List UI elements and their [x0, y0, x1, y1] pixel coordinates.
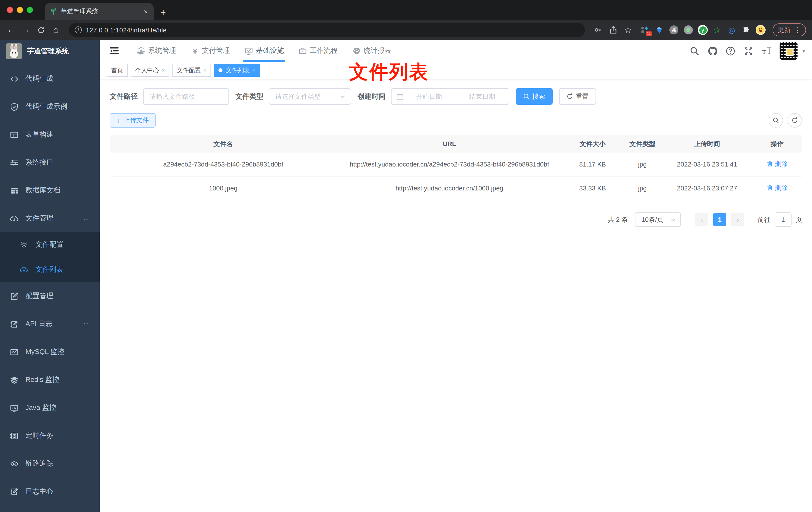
upload-file-button[interactable]: + 上传文件	[110, 113, 155, 128]
nav-infra[interactable]: 基础设施	[237, 40, 291, 62]
monitor-check-icon	[245, 47, 253, 55]
delete-button[interactable]: 删除	[766, 182, 788, 193]
top-nav: 系统管理 ¥ 支付管理 基础设施 工作流程	[130, 40, 399, 62]
tag-file-config[interactable]: 文件配置 ×	[172, 64, 211, 77]
sidebar-item-form-builder[interactable]: 表单构建	[0, 121, 100, 149]
back-icon[interactable]: ←	[6, 25, 16, 35]
col-header-size: 文件大小	[562, 138, 623, 149]
sidebar-item-config[interactable]: 配置管理	[0, 282, 100, 310]
tab-close-icon[interactable]: ×	[143, 8, 149, 15]
avatar[interactable]	[780, 42, 798, 60]
sidebar-item-file-list[interactable]: 文件列表	[0, 257, 100, 282]
zoom-window-button[interactable]	[27, 7, 33, 13]
url-text: 127.0.0.1:1024/infra/file/file	[86, 26, 167, 34]
nav-workflow[interactable]: 工作流程	[291, 40, 345, 62]
edit-square-icon	[10, 292, 19, 300]
cell-time: 2022-03-16 23:51:41	[662, 153, 752, 176]
sidebar-item-java[interactable]: Java 监控	[0, 394, 100, 422]
extension-y-icon[interactable]: y	[698, 25, 708, 35]
url-bar[interactable]: i 127.0.0.1:1024/infra/file/file	[69, 23, 585, 37]
end-date-placeholder[interactable]: 结束日期	[461, 92, 504, 101]
sidebar-item-system-api[interactable]: 系统接口	[0, 149, 100, 177]
profile-emoji-icon[interactable]	[756, 25, 765, 35]
date-range-picker[interactable]: 开始日期 - 结束日期	[391, 88, 509, 105]
nav-pay[interactable]: ¥ 支付管理	[183, 40, 237, 62]
new-tab-button[interactable]: +	[161, 8, 166, 17]
extension-target-icon[interactable]: ◎	[727, 25, 737, 35]
file-path-label: 文件路径	[110, 92, 138, 101]
delete-button[interactable]: 删除	[766, 158, 788, 169]
page-number-current[interactable]: 1	[713, 213, 726, 226]
browser-tab[interactable]: 芋道管理系统 ×	[45, 3, 154, 20]
app-title: 芋道管理系统	[27, 47, 69, 56]
page-size-select[interactable]: 10条/页	[635, 212, 681, 227]
create-time-label: 创建时间	[358, 92, 385, 101]
tag-file-list[interactable]: 文件列表 ×	[214, 64, 260, 77]
extension-grid-icon[interactable]: 11	[640, 25, 650, 35]
sidebar-item-trace[interactable]: 链路追踪	[0, 450, 100, 478]
search-icon[interactable]	[690, 46, 700, 56]
reload-icon[interactable]	[36, 25, 46, 35]
cell-filename: a294ecb2-73dd-4353-bf40-296b8931d0bf	[110, 153, 337, 176]
sidebar-item-mysql[interactable]: MySQL 监控	[0, 338, 100, 366]
help-icon[interactable]	[726, 46, 736, 56]
sidebar-item-file-management[interactable]: 文件管理 ︿	[0, 204, 100, 232]
tag-close-icon[interactable]: ×	[252, 67, 256, 73]
extension-command-icon[interactable]: ⌘	[669, 25, 679, 35]
sidebar-item-api-log[interactable]: API 日志 ﹀	[0, 310, 100, 338]
extensions-puzzle-icon[interactable]	[741, 25, 751, 35]
home-icon[interactable]: ⌂	[51, 25, 61, 35]
sidebar-item-code-gen[interactable]: 代码生成	[0, 65, 100, 93]
close-window-button[interactable]	[7, 7, 13, 13]
avatar-caret-icon[interactable]: ▾	[803, 48, 805, 54]
cell-url: http://test.yudao.iocoder.cn/a294ecb2-73…	[337, 153, 562, 176]
hamburger-icon[interactable]	[105, 40, 124, 62]
cloud-download-icon	[10, 214, 19, 222]
forward-icon[interactable]: →	[21, 25, 31, 35]
extension-star-icon[interactable]: ☆	[712, 25, 722, 35]
prev-page-button[interactable]: ‹	[695, 213, 708, 226]
sidebar-item-file-config[interactable]: 文件配置	[0, 232, 100, 257]
tag-home[interactable]: 首页	[107, 64, 128, 77]
github-icon[interactable]	[708, 46, 718, 56]
next-page-button[interactable]: ›	[731, 213, 744, 226]
cell-filename: 1000.jpeg	[110, 177, 337, 200]
browser-update-button[interactable]: 更新 ⋮	[773, 24, 806, 36]
site-info-icon[interactable]: i	[75, 26, 82, 33]
cell-url: http://test.yudao.iocoder.cn/1000.jpeg	[337, 177, 562, 200]
window-controls	[7, 7, 33, 13]
tag-close-icon[interactable]: ×	[203, 67, 206, 73]
password-key-icon[interactable]	[593, 25, 603, 35]
font-size-icon[interactable]	[762, 46, 772, 56]
nav-system[interactable]: 系统管理	[130, 40, 183, 62]
goto-page-input[interactable]	[775, 212, 791, 227]
sidebar-item-redis[interactable]: Redis 监控	[0, 366, 100, 394]
fullscreen-icon[interactable]	[744, 46, 754, 56]
screen: 芋道管理系统 × + ← → ⌂ i 127.0.0.1:1024/infra/…	[0, 0, 812, 512]
sidebar-item-job[interactable]: 定时任务	[0, 422, 100, 450]
tag-close-icon[interactable]: ×	[162, 67, 165, 73]
extension-badge: 11	[646, 31, 652, 36]
header-actions: ▾	[690, 40, 805, 62]
browser-menu-icon[interactable]: ⋮	[794, 26, 801, 34]
sidebar-item-code-demo[interactable]: 代码生成示例	[0, 93, 100, 121]
sidebar-item-log-center[interactable]: 日志中心	[0, 478, 100, 506]
nav-report[interactable]: 统计报表	[345, 40, 399, 62]
sidebar-logo[interactable]: 芋道管理系统	[0, 40, 100, 63]
tag-profile[interactable]: 个人中心 ×	[131, 64, 169, 77]
file-path-input[interactable]	[143, 88, 229, 105]
search-button[interactable]: 搜索	[516, 88, 553, 105]
table-toolbar: + 上传文件	[110, 113, 802, 128]
refresh-table-button[interactable]	[788, 113, 802, 128]
extension-dot-icon[interactable]	[683, 25, 693, 35]
reset-button[interactable]: 重置	[559, 88, 596, 105]
sidebar-item-db-doc[interactable]: 数据库文档	[0, 177, 100, 204]
start-date-placeholder[interactable]: 开始日期	[407, 92, 451, 101]
layers-icon	[10, 375, 19, 384]
file-type-select[interactable]: 请选择文件类型	[269, 88, 351, 105]
bookmark-star-icon[interactable]: ☆	[623, 25, 633, 35]
share-icon[interactable]	[608, 25, 618, 35]
toggle-search-button[interactable]	[768, 113, 783, 128]
extension-gem-icon[interactable]	[655, 25, 664, 35]
minimize-window-button[interactable]	[17, 7, 23, 13]
